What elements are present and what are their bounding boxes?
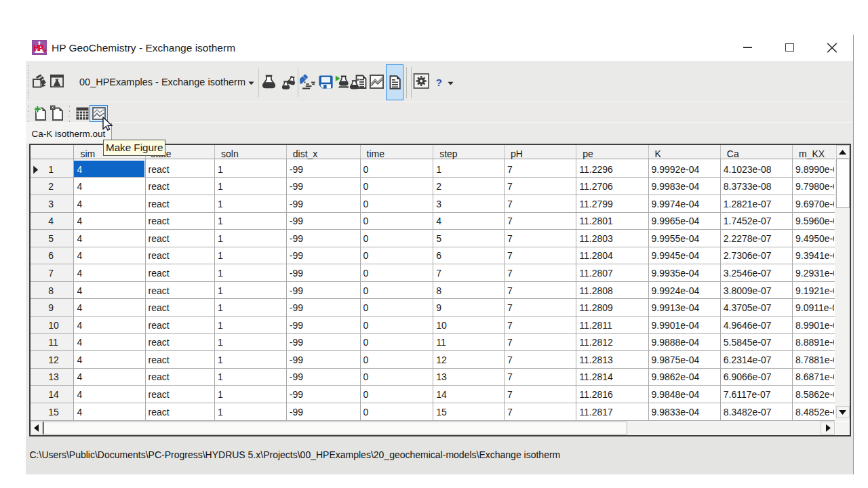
svg-text:G: G [43,47,47,54]
